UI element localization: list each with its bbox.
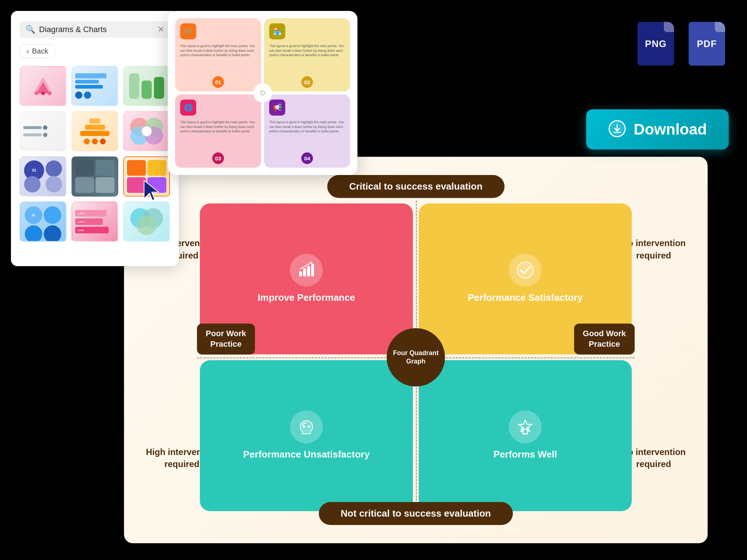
preview-icon-tl: 🛒: [180, 23, 196, 39]
preview-text-tr: This layout is good to highlight the mai…: [269, 44, 345, 58]
png-file-icon[interactable]: PNG: [638, 22, 674, 66]
svg-point-10: [517, 262, 533, 278]
qg-center-label: Four Quadrant Graph: [387, 349, 445, 366]
pdf-icon-shape: PDF: [689, 22, 725, 66]
preview-icon-bl: 🌐: [180, 100, 196, 116]
qg-label-performs-well: Performs Well: [494, 448, 557, 461]
preview-text-tl: This layout is good to highlight the mai…: [180, 44, 256, 58]
qg-icon-performs-well: [509, 411, 542, 443]
svg-point-12: [308, 425, 310, 428]
search-icon: 🔍: [26, 25, 35, 34]
svg-rect-6: [299, 271, 302, 276]
qg-label-unsatisfactory: Performance Unsatisfactory: [243, 448, 370, 461]
back-button[interactable]: ‹ Back: [20, 44, 55, 58]
diagram-thumb-7[interactable]: 01: [20, 156, 66, 197]
download-label: Download: [634, 121, 707, 138]
preview-cell-br: 📢 This layout is good to highlight the m…: [264, 94, 350, 168]
diagram-thumb-12[interactable]: [123, 202, 170, 242]
preview-center: [253, 83, 272, 102]
download-icon: [608, 120, 626, 139]
search-input[interactable]: [39, 25, 158, 34]
diagram-thumb-8[interactable]: [71, 156, 118, 197]
close-icon[interactable]: ✕: [158, 25, 164, 34]
center-dot: [260, 90, 265, 96]
qg-label-improve: Improve Performance: [258, 292, 355, 304]
qg-label-poor-work: Poor WorkPractice: [197, 323, 255, 354]
qg-title-bottom: Not critical to success evaluation: [319, 502, 513, 525]
qg-inner: Critical to success evaluation Not criti…: [124, 157, 708, 543]
qg-title-top: Critical to success evaluation: [327, 175, 504, 198]
preview-num-bl: 03: [212, 152, 224, 164]
diagram-grid: 01 01: [20, 66, 170, 242]
pdf-label: PDF: [697, 38, 717, 50]
svg-point-2: [41, 92, 45, 95]
qg-cell-performance-unsatisfactory: Performance Unsatisfactory: [200, 360, 413, 511]
download-button[interactable]: Download: [586, 109, 729, 149]
qg-label-good-work: Good WorkPractice: [574, 323, 635, 354]
diagram-thumb-10[interactable]: 01: [20, 202, 66, 242]
pdf-file-icon[interactable]: PDF: [689, 22, 725, 66]
svg-point-11: [303, 425, 305, 428]
png-label: PNG: [645, 38, 666, 50]
preview-icon-tr: 🏪: [269, 23, 285, 39]
cursor-arrow: [142, 179, 164, 204]
preview-num-br: 04: [301, 152, 313, 164]
preview-icon-br: 📢: [269, 100, 285, 116]
svg-rect-7: [303, 268, 306, 276]
chevron-left-icon: ‹: [27, 47, 29, 55]
qg-icon-improve: [290, 254, 323, 287]
diagram-thumb-6[interactable]: [123, 111, 170, 151]
preview-cell-tl: 🛒 This layout is good to highlight the m…: [175, 18, 261, 92]
qg-center-circle: Four Quadrant Graph: [387, 328, 445, 386]
preview-card: 🛒 This layout is good to highlight the m…: [168, 11, 357, 175]
sidebar-panel: 🔍 ✕ ‹ Back: [11, 11, 179, 266]
qg-label-satisfactory: Performance Satisfactory: [468, 292, 582, 304]
diagram-thumb-2[interactable]: [71, 66, 118, 106]
diagram-thumb-1[interactable]: [20, 66, 66, 106]
qg-cell-performs-well: Performs Well: [419, 360, 632, 511]
preview-text-bl: This layout is good to highlight the mai…: [180, 120, 256, 134]
four-quadrant-preview: 🛒 This layout is good to highlight the m…: [175, 18, 350, 168]
qg-icon-satisfactory: [509, 254, 542, 287]
diagram-thumb-11[interactable]: Label Label Label: [71, 202, 118, 242]
diagram-thumb-3[interactable]: [123, 66, 170, 106]
svg-point-4: [48, 92, 51, 95]
diagram-thumb-5[interactable]: [71, 111, 118, 151]
preview-cell-bl: 🌐 This layout is good to highlight the m…: [175, 94, 261, 168]
quadrant-graph: Critical to success evaluation Not criti…: [124, 157, 708, 543]
svg-rect-8: [307, 266, 310, 276]
qg-icon-unsatisfactory: [290, 411, 323, 443]
svg-rect-9: [311, 264, 314, 276]
preview-text-br: This layout is good to highlight the mai…: [269, 120, 345, 134]
preview-cell-tr: 🏪 This layout is good to highlight the m…: [264, 18, 350, 92]
preview-num-tr: 02: [301, 76, 313, 88]
diagram-thumb-4[interactable]: [20, 111, 66, 151]
svg-point-3: [35, 92, 38, 95]
back-label: Back: [32, 47, 48, 55]
file-icons-container: PNG PDF: [638, 22, 725, 66]
preview-num-tl: 01: [212, 76, 224, 88]
png-icon-shape: PNG: [638, 22, 674, 66]
search-bar: 🔍 ✕: [20, 21, 170, 38]
